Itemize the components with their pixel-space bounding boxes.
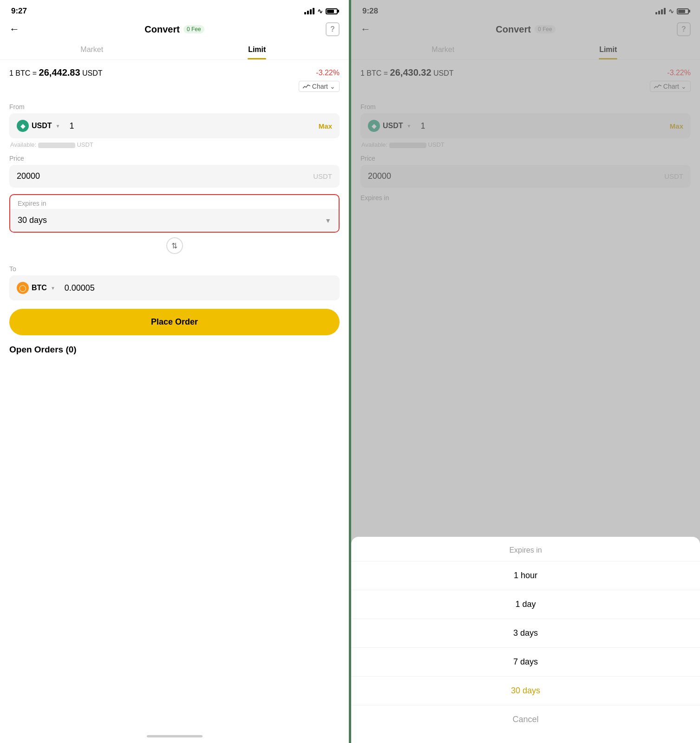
expires-field-left[interactable]: Expires in 30 days ▼ <box>9 194 340 233</box>
tab-market-right[interactable]: Market <box>360 41 526 59</box>
expires-value-left: 30 days <box>18 215 47 225</box>
expires-label-right: Expires in <box>360 194 691 202</box>
from-currency-name-left: USDT <box>32 122 52 130</box>
price-unit-right: USDT <box>664 172 683 180</box>
swap-button-left[interactable]: ⇅ <box>166 237 183 254</box>
tabs-right: Market Limit <box>351 41 700 60</box>
to-value-left[interactable]: 0.00005 <box>60 283 332 293</box>
status-bar-left: 9:27 ∿ <box>0 0 349 19</box>
help-button-right[interactable]: ? <box>677 22 691 36</box>
battery-icon-right <box>677 8 689 14</box>
from-label-right: From <box>360 103 691 111</box>
picker-header: Expires in <box>351 537 700 561</box>
max-button-left[interactable]: Max <box>319 122 332 130</box>
to-currency-selector-left[interactable]: ◯ BTC ▼ <box>17 282 55 294</box>
price-value-left[interactable]: 20000 <box>17 171 308 181</box>
help-button-left[interactable]: ? <box>326 22 340 36</box>
tether-icon-left: ◆ <box>17 120 29 132</box>
price-row-left: 1 BTC = 26,442.83 USDT -3.22% <box>0 60 349 80</box>
time-left: 9:27 <box>11 7 27 16</box>
price-value-right[interactable]: 20000 <box>368 171 660 181</box>
to-dropdown-arrow-left: ▼ <box>51 286 55 291</box>
expires-arrow-left: ▼ <box>325 217 331 224</box>
header-center-right: Convert 0 Fee <box>496 24 555 35</box>
status-icons-right: ∿ <box>655 7 689 15</box>
price-change-right: -3.22% <box>667 69 691 77</box>
picker-option-cancel[interactable]: Cancel <box>351 705 700 734</box>
picker-sheet: Expires in 1 hour 1 day 3 days 7 days 30… <box>351 537 700 743</box>
price-change-left: -3.22% <box>316 69 340 77</box>
from-label-left: From <box>9 103 340 111</box>
tether-icon-right: ◆ <box>368 120 380 132</box>
chart-icon-left <box>303 84 310 89</box>
status-bar-right: 9:28 ∿ <box>351 0 700 19</box>
place-order-button-left[interactable]: Place Order <box>9 309 340 335</box>
chart-toggle-left: Chart ⌄ <box>0 80 349 97</box>
expires-label-left: Expires in <box>10 195 339 209</box>
tab-limit-left[interactable]: Limit <box>175 41 340 59</box>
chart-toggle-right: Chart ⌄ <box>351 80 700 97</box>
price-unit-left: USDT <box>313 172 332 180</box>
header-right: ← Convert 0 Fee ? <box>351 19 700 41</box>
price-input-row-right: 20000 USDT <box>360 165 691 188</box>
battery-icon <box>326 8 338 14</box>
picker-option-1hour[interactable]: 1 hour <box>351 561 700 590</box>
from-section-right: From ◆ USDT ▼ 1 Max Available: USDT Pric… <box>351 97 700 204</box>
right-panel: 9:28 ∿ ← Convert 0 Fee ? Market Limit <box>351 0 700 743</box>
from-currency-name-right: USDT <box>383 122 403 130</box>
signal-icon-right <box>655 8 666 14</box>
from-input-row-right: ◆ USDT ▼ 1 Max <box>360 113 691 138</box>
status-icons-left: ∿ <box>304 7 338 15</box>
price-input-row-left: 20000 USDT <box>9 165 340 188</box>
header-left: ← Convert 0 Fee ? <box>0 19 349 41</box>
available-blur-left <box>38 143 75 148</box>
header-center-left: Convert 0 Fee <box>144 24 204 35</box>
to-currency-name-left: BTC <box>32 284 47 292</box>
picker-option-3days[interactable]: 3 days <box>351 619 700 648</box>
tabs-left: Market Limit <box>0 41 349 60</box>
swap-row-left: ⇅ <box>0 233 349 259</box>
tab-market-left[interactable]: Market <box>9 41 175 59</box>
left-panel: 9:27 ∿ ← Convert 0 Fee ? Market Limit <box>0 0 349 743</box>
available-text-right: Available: USDT <box>360 141 691 148</box>
price-text-right: 1 BTC = 26,430.32 USDT <box>360 67 454 78</box>
chart-button-left[interactable]: Chart ⌄ <box>299 81 340 92</box>
btc-icon-left: ◯ <box>17 282 29 294</box>
available-text-left: Available: USDT <box>9 141 340 148</box>
picker-option-30days[interactable]: 30 days <box>351 677 700 705</box>
available-blur-right <box>389 143 426 148</box>
picker-option-1day[interactable]: 1 day <box>351 590 700 619</box>
tab-limit-right[interactable]: Limit <box>526 41 691 59</box>
from-currency-selector-right[interactable]: ◆ USDT ▼ <box>368 120 411 132</box>
from-section-left: From ◆ USDT ▼ 1 Max Available: USDT Pric… <box>0 97 349 233</box>
back-button-right[interactable]: ← <box>360 23 374 35</box>
wifi-icon: ∿ <box>317 7 323 15</box>
to-input-row-left: ◯ BTC ▼ 0.00005 <box>9 275 340 300</box>
to-label-left: To <box>9 265 340 273</box>
price-text-left: 1 BTC = 26,442.83 USDT <box>9 67 103 78</box>
fee-badge-right: 0 Fee <box>535 25 556 33</box>
chart-button-right[interactable]: Chart ⌄ <box>650 81 691 92</box>
from-value-right[interactable]: 1 <box>416 121 665 131</box>
from-currency-selector-left[interactable]: ◆ USDT ▼ <box>17 120 60 132</box>
chart-icon-right <box>654 84 661 89</box>
expires-value-row-left: 30 days ▼ <box>10 209 339 232</box>
wifi-icon-right: ∿ <box>668 7 674 15</box>
home-indicator-left <box>147 735 203 737</box>
price-label-right: Price <box>360 155 691 162</box>
time-right: 9:28 <box>362 7 378 16</box>
from-dropdown-arrow-right: ▼ <box>407 124 412 129</box>
from-value-left[interactable]: 1 <box>65 121 314 131</box>
price-label-left: Price <box>9 155 340 162</box>
page-title-left: Convert <box>144 24 180 35</box>
max-button-right[interactable]: Max <box>670 122 683 130</box>
picker-option-7days[interactable]: 7 days <box>351 648 700 677</box>
back-button-left[interactable]: ← <box>9 23 23 35</box>
from-dropdown-arrow-left: ▼ <box>56 124 60 129</box>
signal-icon <box>304 8 314 14</box>
open-orders-left: Open Orders (0) <box>0 335 349 355</box>
price-row-right: 1 BTC = 26,430.32 USDT -3.22% <box>351 60 700 80</box>
from-input-row-left: ◆ USDT ▼ 1 Max <box>9 113 340 138</box>
fee-badge-left: 0 Fee <box>183 25 204 33</box>
to-section-left: To ◯ BTC ▼ 0.00005 <box>0 259 349 300</box>
